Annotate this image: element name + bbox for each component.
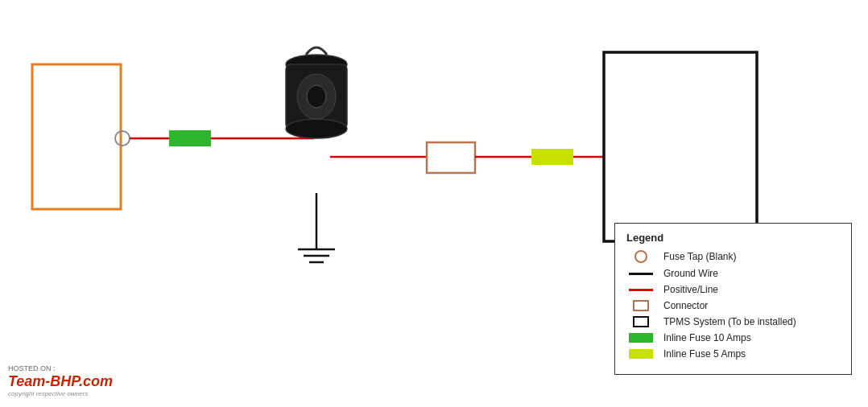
legend-label-positive-line: Positive/Line [663,284,718,295]
inline-fuse-5-rect [531,149,573,165]
fuse-tap-icon [634,250,647,263]
legend-symbol-ground-wire [626,273,655,275]
legend-symbol-positive-line [626,289,655,291]
hosted-on-text: HOSTED ON : [8,364,113,372]
legend-box: Legend Fuse Tap (Blank) Ground Wire Posi… [614,223,852,375]
copyright-text: copyright respective owners [8,390,113,397]
tpms-system-box [604,52,757,241]
legend-row-tpms: TPMS System (To be installed) [626,316,840,327]
diagram-area: Legend Fuse Tap (Blank) Ground Wire Posi… [0,0,868,407]
legend-symbol-tpms [626,316,655,327]
socket-port [307,85,326,108]
legend-row-inline-5: Inline Fuse 5 Amps [626,348,840,360]
legend-label-inline-5: Inline Fuse 5 Amps [663,348,746,360]
connector-rect [427,142,475,173]
legend-row-positive-line: Positive/Line [626,284,840,295]
legend-label-inline-10: Inline Fuse 10 Amps [663,332,751,343]
legend-label-ground-wire: Ground Wire [663,268,718,279]
inline-fuse-10-icon [629,333,653,343]
legend-label-fuse-tap: Fuse Tap (Blank) [663,251,737,262]
legend-symbol-inline-10 [626,333,655,343]
legend-symbol-inline-5 [626,349,655,359]
ground-wire-icon [629,273,653,275]
socket-bottom [286,119,347,138]
legend-symbol-connector [626,300,655,311]
power-source-box [32,64,121,209]
legend-row-ground-wire: Ground Wire [626,268,840,279]
tpms-icon [633,316,649,327]
legend-row-fuse-tap: Fuse Tap (Blank) [626,250,840,263]
team-bhp-logo: Team-BHP.com [8,373,113,390]
socket-loop [306,47,327,55]
positive-line-icon [629,289,653,291]
inline-fuse-5-icon [629,349,653,359]
legend-label-tpms: TPMS System (To be installed) [663,316,796,327]
legend-row-connector: Connector [626,300,840,311]
legend-label-connector: Connector [663,300,708,311]
watermark: HOSTED ON : Team-BHP.com copyright respe… [8,364,113,397]
inline-fuse-10-rect [169,130,211,146]
connector-icon [633,300,649,311]
legend-title: Legend [626,232,840,244]
legend-symbol-fuse-tap [626,250,655,263]
legend-row-inline-10: Inline Fuse 10 Amps [626,332,840,343]
fuse-tap-circle [115,131,130,146]
